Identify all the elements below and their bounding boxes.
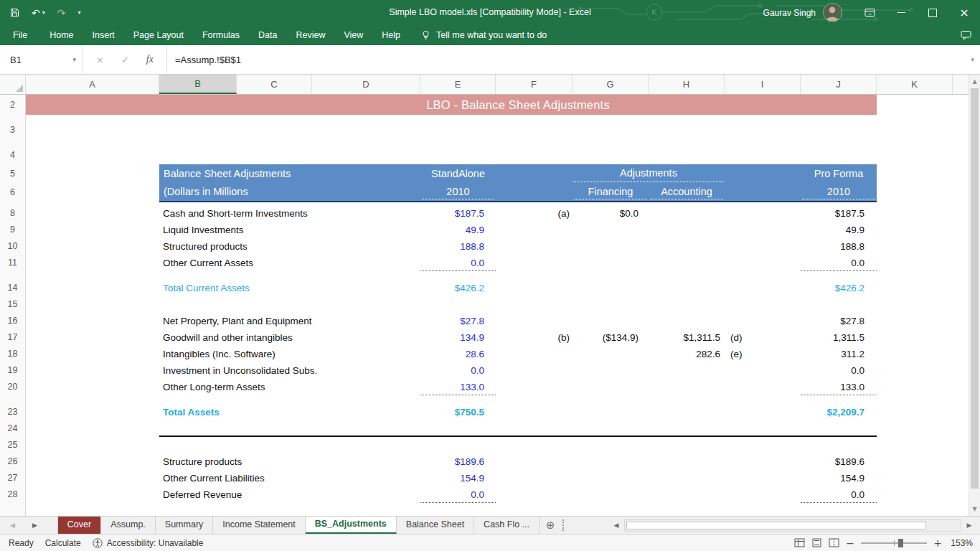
cell-e27[interactable]: 154.9 bbox=[420, 470, 496, 486]
row-header-14[interactable]: 14 bbox=[0, 280, 25, 296]
cell-j26[interactable]: $189.6 bbox=[801, 453, 877, 470]
insert-function-button[interactable]: fx bbox=[146, 54, 154, 65]
name-box-dropdown-icon[interactable]: ▾ bbox=[72, 56, 76, 63]
cell-b9[interactable]: Liquid Investments bbox=[163, 222, 244, 238]
sheet-tab-cash-flo[interactable]: Cash Flo ... bbox=[474, 517, 540, 534]
new-sheet-button[interactable]: ⊕ bbox=[540, 517, 561, 534]
tabs-scroll-left-icon[interactable]: ◀ bbox=[10, 522, 15, 529]
ribbon-tab-data[interactable]: Data bbox=[249, 25, 286, 45]
row-header-8[interactable]: 8 bbox=[0, 205, 25, 222]
formula-input[interactable]: =Assump.!$B$1 bbox=[167, 45, 971, 74]
row-header-26[interactable]: 26 bbox=[0, 453, 25, 470]
cell-e19[interactable]: 0.0 bbox=[420, 362, 496, 379]
row-header-28[interactable]: 28 bbox=[0, 486, 25, 503]
cell-j28[interactable]: 0.0 bbox=[801, 486, 877, 503]
ribbon-tab-formulas[interactable]: Formulas bbox=[193, 25, 249, 45]
column-header-c[interactable]: C bbox=[237, 75, 312, 94]
cell-e20[interactable]: 133.0 bbox=[420, 379, 496, 395]
user-name[interactable]: Gaurav Singh bbox=[763, 8, 816, 18]
sheet-tab-cover[interactable]: Cover bbox=[57, 517, 101, 534]
cell-b19[interactable]: Investment in Unconsolidated Subs. bbox=[163, 362, 317, 379]
vertical-scroll-thumb[interactable] bbox=[971, 88, 979, 489]
cell-b11[interactable]: Other Current Assets bbox=[163, 255, 253, 271]
tell-me-button[interactable]: Tell me what you want to do bbox=[421, 30, 547, 40]
row-header-23[interactable]: 23 bbox=[0, 404, 25, 420]
cell-j27[interactable]: 154.9 bbox=[801, 470, 877, 486]
user-avatar[interactable] bbox=[823, 3, 842, 22]
cell-j18[interactable]: 311.2 bbox=[801, 346, 877, 362]
row-header-17[interactable]: 17 bbox=[0, 329, 25, 346]
cell-b26[interactable]: Structure products bbox=[163, 453, 242, 470]
cell-h17[interactable]: $1,311.5 bbox=[649, 329, 725, 346]
row-header-15[interactable]: 15 bbox=[0, 296, 25, 313]
minimize-button[interactable] bbox=[885, 0, 917, 25]
cell-e16[interactable]: $27.8 bbox=[420, 313, 496, 329]
cell-j20[interactable]: 133.0 bbox=[801, 379, 877, 395]
cell-e17[interactable]: 134.9 bbox=[420, 329, 496, 346]
zoom-out-button[interactable]: − bbox=[846, 537, 854, 549]
cell-b20[interactable]: Other Long-term Assets bbox=[163, 379, 265, 395]
row-header-10[interactable]: 10 bbox=[0, 238, 25, 255]
cell-j16[interactable]: $27.8 bbox=[801, 313, 877, 329]
vertical-scrollbar[interactable]: ▲ ▼ bbox=[969, 75, 980, 516]
cell-b17[interactable]: Goodwill and other intangibles bbox=[163, 329, 293, 346]
cell-j10[interactable]: 188.8 bbox=[801, 238, 877, 255]
ribbon-tab-review[interactable]: Review bbox=[286, 25, 334, 45]
row-header-16[interactable]: 16 bbox=[0, 313, 25, 329]
hscroll-right-icon[interactable]: ▶ bbox=[963, 522, 976, 529]
cell-b14[interactable]: Total Current Assets bbox=[163, 280, 250, 296]
ribbon-tab-insert[interactable]: Insert bbox=[83, 25, 124, 45]
name-box[interactable]: B1 ▾ bbox=[0, 45, 83, 74]
column-header-d[interactable]: D bbox=[312, 75, 420, 94]
cell-b27[interactable]: Other Current Liabilities bbox=[163, 470, 265, 486]
column-header-e[interactable]: E bbox=[420, 75, 496, 94]
sheet-tab-income-statement[interactable]: Income Statement bbox=[213, 517, 305, 534]
column-header-f[interactable]: F bbox=[496, 75, 573, 94]
cell-b23[interactable]: Total Assets bbox=[163, 404, 220, 420]
cell-e14[interactable]: $426.2 bbox=[420, 280, 496, 296]
zoom-slider[interactable] bbox=[861, 538, 927, 548]
cell-j19[interactable]: 0.0 bbox=[801, 362, 877, 379]
row-header-25[interactable]: 25 bbox=[0, 437, 25, 453]
cell-i17[interactable]: (d) bbox=[725, 329, 801, 346]
ribbon-tab-view[interactable]: View bbox=[334, 25, 372, 45]
hscroll-left-icon[interactable]: ◀ bbox=[610, 522, 623, 529]
save-button[interactable] bbox=[10, 8, 19, 17]
cell-b16[interactable]: Net Property, Plant and Equipment bbox=[163, 313, 312, 329]
cell-g8[interactable]: $0.0 bbox=[573, 205, 649, 222]
calculate-button[interactable]: Calculate bbox=[45, 538, 81, 548]
column-header-a[interactable]: A bbox=[26, 75, 159, 94]
tabs-scroll-right-icon[interactable]: ▶ bbox=[32, 522, 37, 529]
customize-quick-access-button[interactable]: ▾ bbox=[77, 9, 80, 16]
zoom-slider-thumb[interactable] bbox=[898, 539, 903, 547]
ribbon-display-options-button[interactable] bbox=[854, 0, 885, 25]
cell-e28[interactable]: 0.0 bbox=[420, 486, 496, 503]
cell-e11[interactable]: 0.0 bbox=[420, 255, 496, 271]
redo-button[interactable]: ↷ bbox=[57, 7, 66, 19]
row-header-19[interactable]: 19 bbox=[0, 362, 25, 379]
close-button[interactable]: × bbox=[948, 0, 980, 25]
maximize-button[interactable] bbox=[917, 0, 948, 25]
row-header-18[interactable]: 18 bbox=[0, 346, 25, 362]
cancel-button[interactable]: × bbox=[96, 55, 104, 65]
cell-b28[interactable]: Deferred Revenue bbox=[163, 486, 242, 503]
cell-e10[interactable]: 188.8 bbox=[420, 238, 496, 255]
horizontal-scroll-thumb[interactable] bbox=[626, 522, 926, 529]
zoom-in-button[interactable]: + bbox=[933, 537, 942, 549]
row-header-4[interactable]: 4 bbox=[0, 146, 25, 164]
cell-e18[interactable]: 28.6 bbox=[420, 346, 496, 362]
comments-button[interactable] bbox=[961, 30, 971, 43]
sheet-tab-bs-adjustments[interactable]: BS_Adjustments bbox=[306, 517, 397, 534]
column-header-b[interactable]: B bbox=[159, 75, 237, 94]
accessibility-checker[interactable]: Accessibility: Unavailable bbox=[93, 538, 204, 548]
scroll-down-icon[interactable]: ▼ bbox=[969, 503, 980, 515]
cell-j17[interactable]: 1,311.5 bbox=[801, 329, 877, 346]
cell-b10[interactable]: Structured products bbox=[163, 238, 248, 255]
row-header-11[interactable]: 11 bbox=[0, 255, 25, 271]
cell-i18[interactable]: (e) bbox=[725, 346, 801, 362]
sheet-tab-summary[interactable]: Summary bbox=[156, 517, 213, 534]
select-all-corner[interactable] bbox=[0, 75, 26, 94]
cell-f17[interactable]: (b) bbox=[496, 329, 573, 346]
cell-e23[interactable]: $750.5 bbox=[420, 404, 496, 420]
row-header-2[interactable]: 2 bbox=[0, 95, 25, 115]
